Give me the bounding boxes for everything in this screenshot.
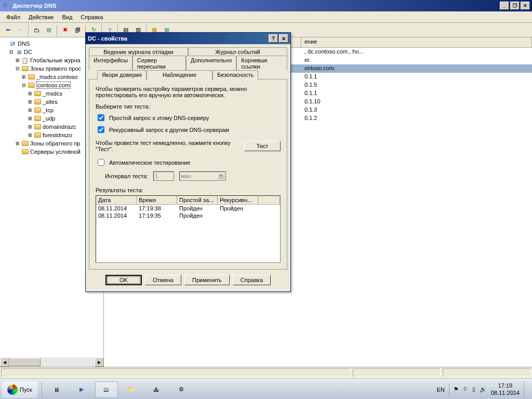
task-server-manager[interactable]: 🖥 bbox=[45, 381, 68, 398]
language-indicator[interactable]: EN bbox=[437, 387, 445, 393]
chevron-down-icon: ▼ bbox=[217, 173, 224, 179]
ok-button[interactable]: OK bbox=[105, 275, 142, 285]
col-recursive[interactable]: Рекурсивн... bbox=[218, 196, 258, 204]
forward-button[interactable]: ➡ bbox=[15, 24, 26, 36]
minimize-button[interactable]: _ bbox=[500, 2, 509, 10]
dns-app-icon: ⚙ bbox=[2, 2, 10, 10]
results-label: Результаты теста: bbox=[96, 187, 281, 193]
properties-dialog: DC - свойства ? ✕ Ведение журнала отладк… bbox=[85, 32, 291, 292]
tray-flag-icon[interactable]: ⚑ bbox=[454, 386, 459, 393]
tray-action-icon[interactable]: ▯ bbox=[472, 386, 475, 393]
task-powershell[interactable]: ▶ bbox=[70, 381, 93, 398]
task-explorer[interactable]: 🗂 bbox=[95, 381, 118, 398]
close-button[interactable]: ✕ bbox=[521, 2, 530, 10]
test-button[interactable]: Тест bbox=[244, 141, 281, 151]
show-desktop-button[interactable] bbox=[524, 381, 528, 398]
tab-content: Чтобы проверить настройку параметров сер… bbox=[89, 79, 287, 270]
status-bar bbox=[0, 367, 532, 378]
tab-event-log[interactable]: Журнал событий bbox=[188, 47, 287, 56]
start-button[interactable]: Пуск bbox=[2, 381, 37, 398]
tray-volume-icon[interactable]: 🔊 bbox=[480, 386, 487, 393]
tab-monitoring[interactable]: Наблюдение bbox=[147, 70, 212, 80]
description-text: Чтобы проверить настройку параметров сер… bbox=[96, 86, 281, 98]
result-row[interactable]: 08.11.2014 17:19:35 Пройден bbox=[96, 212, 280, 219]
system-tray: EN ⚑ ⚐ ▯ 🔊 17:19 08.11.2014 bbox=[433, 381, 532, 398]
col-date[interactable]: Дата bbox=[96, 196, 137, 204]
menu-view[interactable]: Вид bbox=[58, 13, 76, 21]
tray-flag2-icon[interactable]: ⚐ bbox=[463, 386, 468, 393]
dialog-title: DC - свойства bbox=[88, 35, 268, 42]
properties-button[interactable]: 🗐 bbox=[72, 24, 83, 36]
interval-label: Интервал теста: bbox=[105, 173, 148, 179]
back-button[interactable]: ⬅ bbox=[2, 24, 14, 36]
tab-advanced[interactable]: Дополнительно bbox=[186, 56, 236, 71]
dialog-titlebar: DC - свойства ? ✕ bbox=[86, 33, 290, 44]
col-spacer bbox=[258, 196, 280, 204]
col-data[interactable]: ение bbox=[301, 37, 532, 47]
menu-action[interactable]: Действие bbox=[24, 13, 58, 21]
col-time[interactable]: Время bbox=[137, 196, 177, 204]
immediate-test-text: Чтобы провести тест немедленно, нажмите … bbox=[96, 140, 244, 152]
apply-button[interactable]: Применить bbox=[184, 275, 230, 285]
task-notepad[interactable]: 📁 bbox=[120, 381, 143, 398]
scroll-left-icon[interactable]: ◀ bbox=[0, 357, 9, 367]
menu-help[interactable]: Справка bbox=[76, 13, 107, 21]
scroll-right-icon[interactable]: ▶ bbox=[95, 357, 104, 367]
windows-orb-icon bbox=[7, 384, 18, 395]
dialog-close-button[interactable]: ✕ bbox=[279, 34, 288, 43]
interval-unit-combo: мин▼ bbox=[179, 171, 226, 181]
checkbox-auto-test[interactable]: Автоматическое тестирование bbox=[96, 157, 281, 167]
result-row[interactable]: 08.11.2014 17:19:38 Пройден Пройден bbox=[96, 205, 280, 212]
menu-bar: Файл Действие Вид Справка bbox=[0, 11, 532, 23]
checkbox-recursive-query[interactable]: Рекурсивный запрос к другим DNS-серверам bbox=[96, 125, 281, 135]
tab-debug-log[interactable]: Ведение журнала отладки bbox=[89, 47, 188, 56]
scroll-thumb[interactable] bbox=[9, 358, 41, 366]
restore-button[interactable]: ❐ bbox=[510, 2, 520, 10]
task-dns-manager[interactable]: ⚙ bbox=[170, 381, 193, 398]
dialog-help-button[interactable]: ? bbox=[269, 34, 278, 43]
title-bar: ⚙ Диспетчер DNS _ ❐ ✕ bbox=[0, 0, 532, 11]
tab-security[interactable]: Безопасность bbox=[212, 70, 258, 79]
menu-file[interactable]: Файл bbox=[2, 13, 24, 21]
task-network[interactable]: 🖧 bbox=[145, 381, 168, 398]
tab-interfaces[interactable]: Интерфейсы bbox=[89, 56, 132, 71]
checkbox-simple-query[interactable]: Простой запрос к этому DNS-серверу bbox=[96, 113, 281, 123]
window-title: Диспетчер DNS bbox=[12, 3, 500, 9]
delete-button[interactable]: ✖ bbox=[59, 24, 71, 36]
tab-forwarders[interactable]: Сервер пересылки bbox=[132, 56, 186, 71]
tab-trust-anchors[interactable]: Якори доверия bbox=[97, 70, 147, 79]
tree-hscroll[interactable]: ◀ ▶ bbox=[0, 357, 104, 367]
col-simple[interactable]: Простой за... bbox=[177, 196, 218, 204]
tab-root-hints[interactable]: Корневые ссылки bbox=[236, 56, 287, 71]
select-test-label: Выберите тип теста: bbox=[96, 103, 281, 110]
taskbar: Пуск 🖥 ▶ 🗂 📁 🖧 ⚙ EN ⚑ ⚐ ▯ 🔊 17:19 08.11.… bbox=[0, 379, 532, 399]
results-table: Дата Время Простой за... Рекурсивн... 08… bbox=[96, 195, 281, 263]
clock[interactable]: 17:19 08.11.2014 bbox=[491, 382, 520, 396]
interval-input: 1 bbox=[153, 171, 174, 181]
cancel-button[interactable]: Отмена bbox=[145, 275, 181, 285]
dialog-help-button[interactable]: Справка bbox=[233, 275, 271, 285]
show-hide-button[interactable]: ▦ bbox=[43, 24, 55, 36]
up-button[interactable]: 🗀 bbox=[31, 24, 42, 36]
